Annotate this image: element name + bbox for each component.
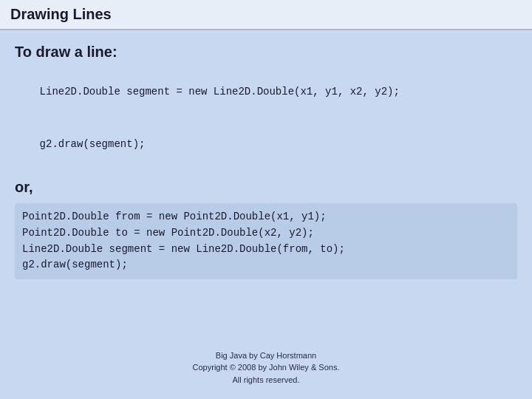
code-line-1-2: g2.draw(segment);: [40, 138, 146, 150]
code-line-2-1: Point2D.Double from = new Point2D.Double…: [22, 209, 510, 225]
footer: Big Java by Cay Horstmann Copyright © 20…: [0, 349, 532, 386]
code-line-2-3: Line2D.Double segment = new Line2D.Doubl…: [22, 242, 510, 258]
footer-line1: Big Java by Cay Horstmann: [0, 349, 532, 362]
or-label: or,: [15, 179, 517, 196]
subtitle: To draw a line:: [15, 44, 517, 61]
code-block-1: Line2D.Double segment = new Line2D.Doubl…: [15, 68, 517, 116]
code-line-2-4: g2.draw(segment);: [22, 257, 510, 273]
title-bar: Drawing Lines: [0, 0, 532, 30]
code-block-2: Point2D.Double from = new Point2D.Double…: [15, 203, 517, 279]
code-block-1-line2: g2.draw(segment);: [15, 120, 517, 168]
footer-line2: Copyright © 2008 by John Wiley & Sons.: [0, 361, 532, 374]
main-content: To draw a line: Line2D.Double segment = …: [0, 30, 532, 293]
page-title: Drawing Lines: [10, 6, 522, 23]
code-line-1-1: Line2D.Double segment = new Line2D.Doubl…: [40, 86, 400, 98]
code-line-2-2: Point2D.Double to = new Point2D.Double(x…: [22, 225, 510, 242]
footer-line3: All rights reserved.: [0, 374, 532, 386]
